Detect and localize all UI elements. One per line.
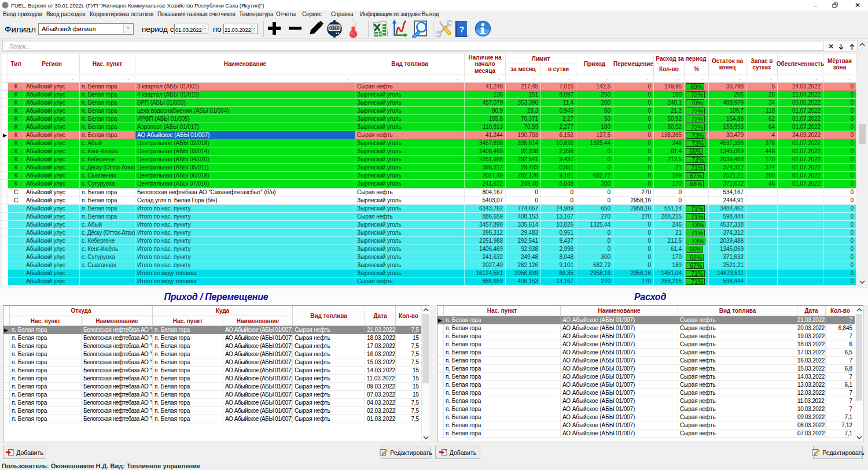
svg-text:?: ?	[459, 25, 465, 34]
